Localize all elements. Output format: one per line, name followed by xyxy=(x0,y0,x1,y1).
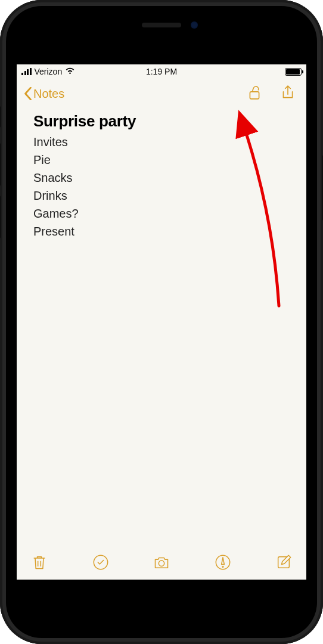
svg-point-1 xyxy=(94,555,107,569)
bottom-toolbar xyxy=(17,547,306,580)
note-line: Pie xyxy=(33,151,290,169)
wifi-icon xyxy=(65,67,75,76)
note-line: Invites xyxy=(33,133,290,151)
lock-icon[interactable] xyxy=(247,85,262,103)
note-title: Surprise party xyxy=(33,112,290,131)
carrier-label: Verizon xyxy=(35,67,63,76)
mute-switch xyxy=(0,106,1,128)
note-line: Games? xyxy=(33,205,290,222)
draw-icon[interactable] xyxy=(215,554,231,573)
trash-icon[interactable] xyxy=(31,554,48,573)
battery-icon xyxy=(285,68,302,76)
note-body[interactable]: Surprise party Invites Pie Snacks Drinks… xyxy=(17,109,306,244)
checklist-icon[interactable] xyxy=(92,554,109,573)
nav-bar: Notes xyxy=(17,79,306,109)
back-button[interactable]: Notes xyxy=(24,87,64,101)
volume-up xyxy=(0,143,1,186)
time-label: 1:19 PM xyxy=(146,67,177,76)
svg-point-2 xyxy=(159,561,164,566)
cellular-signal-icon xyxy=(21,68,32,75)
back-label: Notes xyxy=(33,87,64,101)
status-bar: Verizon 1:19 PM xyxy=(17,64,306,79)
screen: Verizon 1:19 PM Notes xyxy=(17,64,306,580)
svg-rect-0 xyxy=(250,92,259,99)
camera-icon[interactable] xyxy=(153,554,170,573)
note-line: Snacks xyxy=(33,169,290,187)
compose-icon[interactable] xyxy=(275,554,292,573)
phone-camera xyxy=(191,21,198,29)
phone-frame: Verizon 1:19 PM Notes xyxy=(0,0,323,644)
note-line: Present xyxy=(33,222,290,240)
volume-down xyxy=(0,196,1,239)
phone-speaker xyxy=(142,23,181,27)
share-icon[interactable] xyxy=(280,85,296,103)
note-line: Drinks xyxy=(33,187,290,205)
